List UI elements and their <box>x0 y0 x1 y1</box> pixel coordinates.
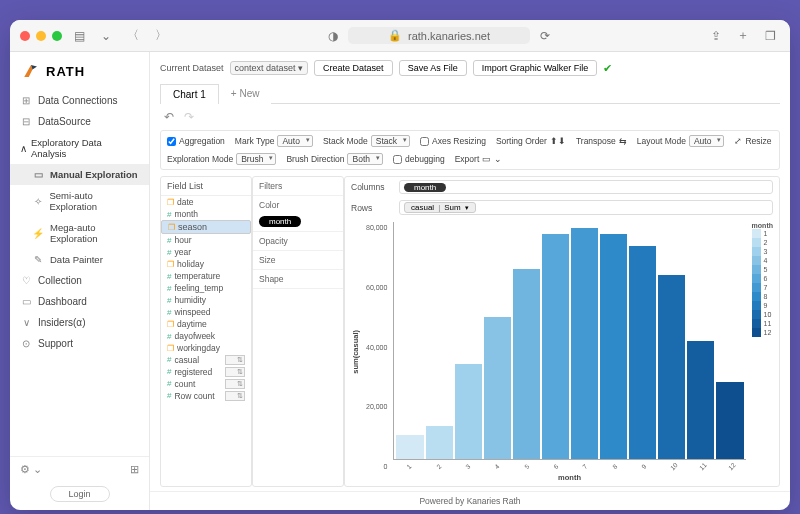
nav-insiders[interactable]: ∨Insiders(α) <box>10 312 149 333</box>
field-month[interactable]: #month <box>161 208 251 220</box>
tab-new[interactable]: + New <box>219 84 272 104</box>
shelf-shape[interactable]: Shape <box>253 270 343 289</box>
back-icon[interactable]: 〈 <box>123 25 143 46</box>
debug-checkbox[interactable] <box>393 155 402 164</box>
transpose-icon[interactable]: ⇆ <box>619 136 627 146</box>
field-year[interactable]: #year <box>161 246 251 258</box>
undo-icon[interactable]: ↶ <box>164 110 174 124</box>
save-as-file-button[interactable]: Save As File <box>399 60 467 76</box>
dropdown-icon[interactable]: ⌄ <box>97 27 115 45</box>
bar-8[interactable] <box>600 234 627 459</box>
login-button[interactable]: Login <box>50 486 110 502</box>
forward-icon[interactable]: 〉 <box>151 25 171 46</box>
heart-icon: ♡ <box>20 275 32 286</box>
brush-select[interactable]: Both <box>347 153 383 165</box>
sidebar: RATH ⊞Data Connections ⊟DataSource ∧Expl… <box>10 52 150 510</box>
redo-icon[interactable]: ↷ <box>184 110 194 124</box>
bar-2[interactable] <box>426 426 453 459</box>
field-holiday[interactable]: ❐holiday <box>161 258 251 270</box>
field-humidity[interactable]: #humidity <box>161 294 251 306</box>
marktype-select[interactable]: Auto <box>277 135 313 147</box>
field-temperature[interactable]: #temperature <box>161 270 251 282</box>
nav-eda-section[interactable]: ∧Exploratory Data Analysis <box>10 132 149 164</box>
color-pill[interactable]: month <box>259 216 301 227</box>
bolt-icon: ⚡ <box>32 228 44 239</box>
nav-data-painter[interactable]: ✎Data Painter <box>10 249 149 270</box>
app-name: RATH <box>46 64 85 79</box>
measure-casual[interactable]: #casual <box>161 354 251 366</box>
legend-item-4: 4 <box>752 256 773 265</box>
rows-shelf[interactable]: casual|Sum <box>399 200 773 215</box>
measure-Row-count[interactable]: #Row count <box>161 390 251 402</box>
columns-pill[interactable]: month <box>404 183 446 192</box>
shelf-size[interactable]: Size <box>253 251 343 270</box>
layout-select[interactable]: Auto <box>689 135 725 147</box>
bar-4[interactable] <box>484 317 511 459</box>
rows-pill[interactable]: casual|Sum <box>404 202 476 213</box>
create-dataset-button[interactable]: Create Dataset <box>314 60 393 76</box>
aggregation-checkbox[interactable] <box>167 137 176 146</box>
field-list-title: Field List <box>161 177 251 196</box>
bar-5[interactable] <box>513 269 540 459</box>
legend-item-2: 2 <box>752 238 773 247</box>
field-winspeed[interactable]: #winspeed <box>161 306 251 318</box>
resize-icon[interactable]: ⤢ <box>734 136 742 146</box>
plot-area: sum(casual) 80,00060,00040,00020,0000 12… <box>345 218 779 486</box>
tab-chart-1[interactable]: Chart 1 <box>160 84 219 104</box>
nav-mega-auto[interactable]: ⚡Mega-auto Exploration <box>10 217 149 249</box>
nav-dashboard[interactable]: ▭Dashboard <box>10 291 149 312</box>
sidebar-toggle-icon[interactable]: ▤ <box>70 27 89 45</box>
close-dot[interactable] <box>20 31 30 41</box>
bar-12[interactable] <box>716 382 743 459</box>
logo[interactable]: RATH <box>10 52 149 90</box>
nav-data-connections[interactable]: ⊞Data Connections <box>10 90 149 111</box>
nav-collection[interactable]: ♡Collection <box>10 270 149 291</box>
settings-icon[interactable]: ⚙︎ ⌄ <box>20 463 42 476</box>
field-season[interactable]: ❐season <box>161 220 251 234</box>
shelf-filters[interactable]: Filters <box>253 177 343 196</box>
stack-select[interactable]: Stack <box>371 135 410 147</box>
nav-manual-exploration[interactable]: ▭Manual Exploration <box>10 164 149 185</box>
nav-support[interactable]: ⊙Support <box>10 333 149 354</box>
bar-10[interactable] <box>658 275 685 459</box>
import-gw-button[interactable]: Import Graphic Walker File <box>473 60 598 76</box>
shelf-opacity[interactable]: Opacity <box>253 232 343 251</box>
layout-icon[interactable]: ⊞ <box>130 463 139 476</box>
bars-wrap: 123456789101112 month <box>393 222 745 482</box>
lock-icon: 🔒 <box>388 29 402 42</box>
shelf-color[interactable]: Color month <box>253 196 343 232</box>
legend-title: month <box>752 222 773 229</box>
export-icon[interactable]: ▭ ⌄ <box>482 154 501 164</box>
current-dataset-select[interactable]: context dataset ▾ <box>230 61 309 75</box>
minimize-dot[interactable] <box>36 31 46 41</box>
measure-registered[interactable]: #registered <box>161 366 251 378</box>
nav-semi-auto[interactable]: ✧Semi-auto Exploration <box>10 185 149 217</box>
axes-resizing-checkbox[interactable] <box>420 137 429 146</box>
tabs-icon[interactable]: ❐ <box>761 27 780 45</box>
bar-9[interactable] <box>629 246 656 459</box>
columns-shelf[interactable]: month <box>399 180 773 194</box>
field-hour[interactable]: #hour <box>161 234 251 246</box>
nav-datasource[interactable]: ⊟DataSource <box>10 111 149 132</box>
sort-asc-icon[interactable]: ⬆⬇ <box>550 136 566 146</box>
share-icon[interactable]: ⇪ <box>707 27 725 45</box>
maximize-dot[interactable] <box>52 31 62 41</box>
field-dayofweek[interactable]: #dayofweek <box>161 330 251 342</box>
field-feeling_temp[interactable]: #feeling_temp <box>161 282 251 294</box>
legend-item-10: 10 <box>752 310 773 319</box>
bar-7[interactable] <box>571 228 598 459</box>
chart-panel: Columns month Rows casual|Sum sum(casual… <box>344 176 780 487</box>
explore-select[interactable]: Brush <box>236 153 276 165</box>
url-box[interactable]: 🔒 rath.kanaries.net <box>348 27 530 44</box>
newtab-icon[interactable]: ＋ <box>733 25 753 46</box>
bar-11[interactable] <box>687 341 714 460</box>
field-date[interactable]: ❐date <box>161 196 251 208</box>
measure-count[interactable]: #count <box>161 378 251 390</box>
bar-1[interactable] <box>396 435 423 459</box>
field-daytime[interactable]: ❐daytime <box>161 318 251 330</box>
bar-3[interactable] <box>455 364 482 459</box>
reload-icon[interactable]: ⟳ <box>536 27 554 45</box>
bar-6[interactable] <box>542 234 569 459</box>
field-workingday[interactable]: ❐workingday <box>161 342 251 354</box>
legend-item-11: 11 <box>752 319 773 328</box>
